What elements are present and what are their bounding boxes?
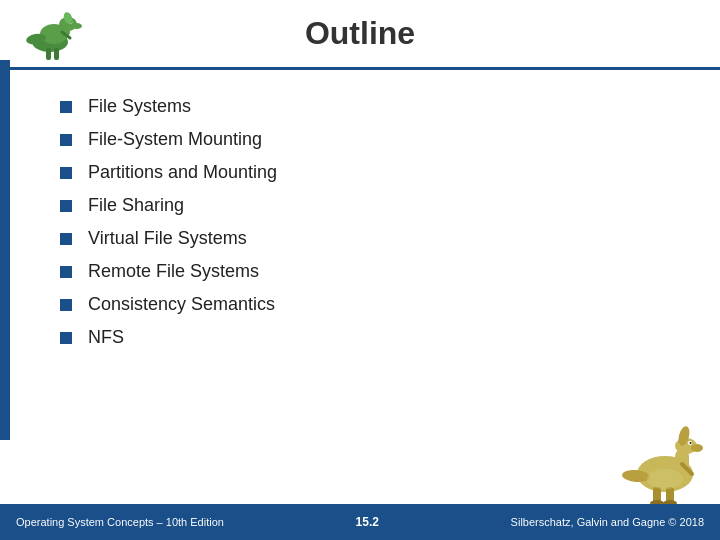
svg-point-3 — [72, 23, 82, 29]
header: Outline — [0, 0, 720, 70]
bullet-item-file-sharing: File Sharing — [60, 189, 690, 222]
footer: Operating System Concepts – 10th Edition… — [0, 504, 720, 540]
svg-point-16 — [691, 444, 703, 452]
bullet-item-nfs: NFS — [60, 321, 690, 354]
accent-bar — [0, 60, 10, 440]
footer-right-text: Silberschatz, Galvin and Gagne © 2018 — [511, 516, 704, 528]
dino-top-image — [16, 4, 84, 64]
bullet-square-icon — [60, 233, 72, 245]
bullet-square-icon — [60, 167, 72, 179]
bullet-item-remote-file-systems: Remote File Systems — [60, 255, 690, 288]
svg-rect-9 — [54, 48, 59, 60]
svg-point-18 — [690, 442, 692, 444]
footer-left-text: Operating System Concepts – 10th Edition — [16, 516, 224, 528]
slide-title: Outline — [0, 15, 720, 52]
bullet-text: File Sharing — [88, 195, 184, 216]
bullet-item-file-system-mounting: File-System Mounting — [60, 123, 690, 156]
bullet-text: Remote File Systems — [88, 261, 259, 282]
bullet-item-consistency-semantics: Consistency Semantics — [60, 288, 690, 321]
dino-bottom-image — [620, 424, 710, 504]
content-area: File SystemsFile-System MountingPartitio… — [60, 80, 690, 354]
svg-point-25 — [647, 469, 683, 489]
svg-rect-8 — [46, 48, 51, 60]
bullet-square-icon — [60, 200, 72, 212]
bullet-square-icon — [60, 332, 72, 344]
bullet-text: File-System Mounting — [88, 129, 262, 150]
bullet-item-file-systems: File Systems — [60, 90, 690, 123]
footer-page-number: 15.2 — [356, 515, 379, 529]
bullet-list: File SystemsFile-System MountingPartitio… — [60, 90, 690, 354]
slide: Outline File SystemsFile-System Mounting… — [0, 0, 720, 540]
bullet-square-icon — [60, 266, 72, 278]
bullet-item-virtual-file-systems: Virtual File Systems — [60, 222, 690, 255]
bullet-text: Virtual File Systems — [88, 228, 247, 249]
bullet-item-partitions-and-mounting: Partitions and Mounting — [60, 156, 690, 189]
bullet-square-icon — [60, 134, 72, 146]
bullet-text: NFS — [88, 327, 124, 348]
bullet-text: Consistency Semantics — [88, 294, 275, 315]
bullet-text: Partitions and Mounting — [88, 162, 277, 183]
bullet-square-icon — [60, 299, 72, 311]
bullet-square-icon — [60, 101, 72, 113]
bullet-text: File Systems — [88, 96, 191, 117]
